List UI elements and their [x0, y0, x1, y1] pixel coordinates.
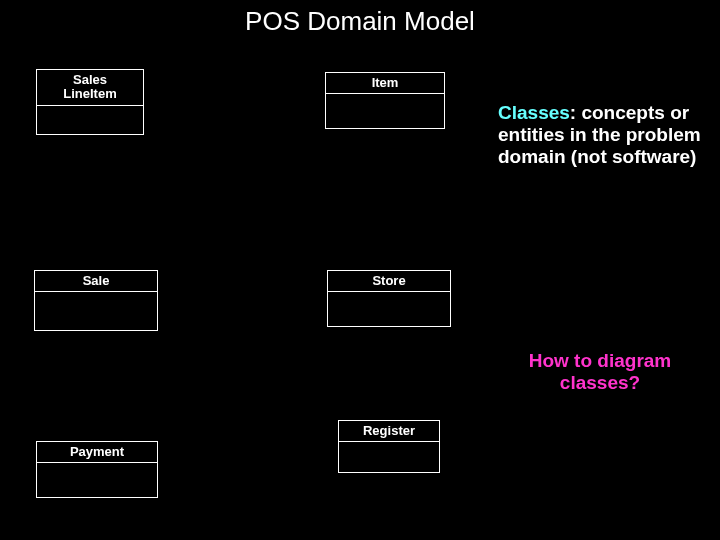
class-body: [37, 106, 143, 134]
class-body: [328, 292, 450, 326]
class-header: Register: [339, 421, 439, 442]
class-sale: Sale: [34, 270, 158, 331]
class-item: Item: [325, 72, 445, 129]
class-store: Store: [327, 270, 451, 327]
class-sales-line-item: Sales LineItem: [36, 69, 144, 135]
slide: POS Domain Model Sales LineItem Item Sal…: [0, 0, 720, 540]
note-how-to-diagram: How to diagram classes?: [510, 350, 690, 394]
class-payment: Payment: [36, 441, 158, 498]
class-header: Sale: [35, 271, 157, 292]
note-keyword: Classes: [498, 102, 570, 123]
class-body: [37, 463, 157, 497]
class-header: Sales LineItem: [37, 70, 143, 106]
class-body: [35, 292, 157, 330]
class-header: Item: [326, 73, 444, 94]
page-title: POS Domain Model: [0, 6, 720, 37]
class-header: Payment: [37, 442, 157, 463]
class-register: Register: [338, 420, 440, 473]
note-classes-concepts: Classes: concepts or entities in the pro…: [498, 102, 706, 168]
class-body: [339, 442, 439, 472]
class-body: [326, 94, 444, 128]
class-header: Store: [328, 271, 450, 292]
